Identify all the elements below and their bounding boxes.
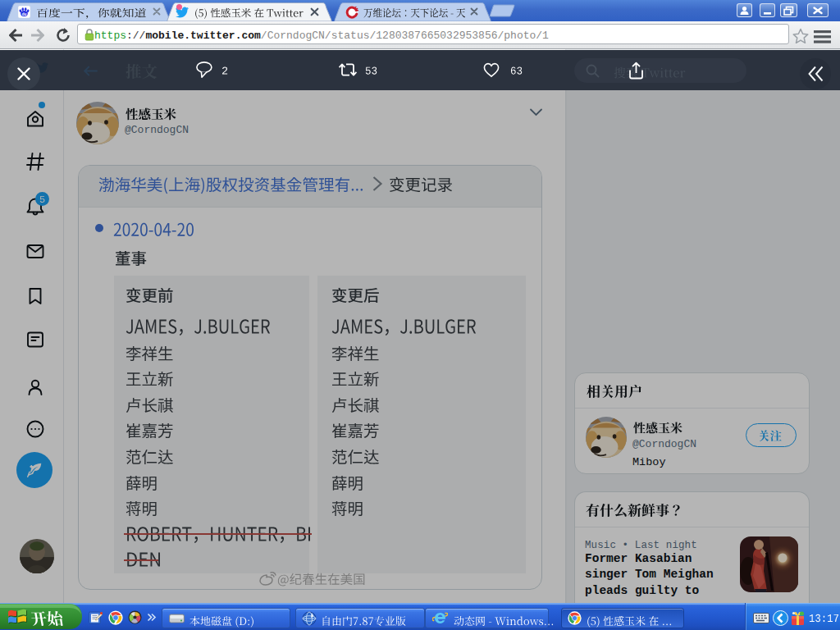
svg-text:du: du xyxy=(22,12,27,16)
